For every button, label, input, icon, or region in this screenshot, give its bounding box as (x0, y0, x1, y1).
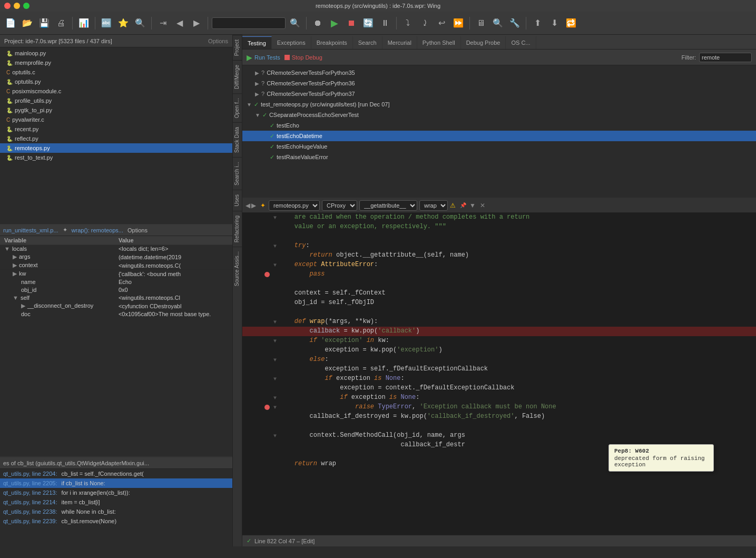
table-row[interactable]: ▶__disconnect_on_destroy <cyfunction CDe… (0, 302, 232, 310)
sidebar-tab-refactoring[interactable]: Refactoring (233, 211, 242, 247)
file-item-mainloop[interactable]: 🐍 mainloop.py (0, 48, 232, 58)
test-item-python36[interactable]: ▶ ? CRemoteServerTestsForPython36 (242, 78, 756, 89)
expand-disconnect[interactable]: ▶ (21, 302, 25, 309)
file-item-posixmiscmodule[interactable]: C posixmiscmodule.c (0, 86, 232, 96)
file-item-remoteops[interactable]: 🐍 remoteops.py (0, 143, 232, 153)
run-tests-button[interactable]: ▶ Run Tests (247, 53, 280, 62)
sidebar-tab-search-i[interactable]: Search i... (233, 157, 242, 190)
table-row[interactable]: obj_id 0x0 (0, 286, 232, 294)
sidebar-tab-diffmerge[interactable]: Diff/Merge (233, 60, 242, 93)
test-item-python37[interactable]: ▶ ? CRemoteServerTestsForPython37 (242, 89, 756, 99)
pin-button[interactable]: 📌 (460, 202, 466, 208)
scroll-up-button[interactable]: ⬆ (530, 16, 545, 31)
filename-select[interactable]: remoteops.py (269, 200, 320, 211)
stop-button[interactable]: ⏹ (344, 16, 359, 31)
uses-item-2205[interactable]: qt_utils.py, line 2205: if cb_list is No… (0, 478, 232, 488)
file-item-memprofile[interactable]: 🐍 memprofile.py (0, 58, 232, 67)
fold-marker[interactable]: ▼ (271, 393, 279, 403)
uses-item-2214[interactable]: qt_utils.py, line 2214: item = cb_list[i… (0, 497, 232, 507)
file-item-recent[interactable]: 🐍 recent.py (0, 124, 232, 134)
expand-kw[interactable]: ▶ (13, 270, 17, 277)
debug-console-button[interactable]: 🔍 (490, 16, 505, 31)
bookmark-button[interactable]: ⭐ (116, 16, 131, 31)
project-options-button[interactable]: Options (208, 38, 228, 44)
restart-button[interactable]: 🔄 (361, 16, 376, 31)
save-button[interactable]: 💾 (37, 16, 52, 31)
fold-marker[interactable]: ▼ (271, 317, 279, 327)
record-button[interactable]: ⏺ (310, 16, 325, 31)
tab-mercurial[interactable]: Mercurial (382, 36, 417, 49)
stack-options-button[interactable]: Options (127, 227, 148, 233)
expand-context[interactable]: ▶ (13, 262, 17, 268)
stack-file-label[interactable]: run_unittests_xml.p... (3, 227, 58, 233)
fold-marker[interactable]: ▼ (271, 336, 279, 346)
dropdown-arrow[interactable]: ▼ (469, 202, 476, 209)
test-item-testecho-huge[interactable]: ✓ testEchoHugeValue (242, 141, 756, 152)
tab-exceptions[interactable]: Exceptions (272, 36, 311, 49)
step-into-button[interactable]: ⤵ (400, 16, 415, 31)
nav-back-arrow[interactable]: ◀ (246, 202, 250, 209)
expand-args[interactable]: ▶ (13, 253, 17, 260)
tab-python-shell[interactable]: Python Shell (417, 36, 461, 49)
pause-button[interactable]: ⏸ (378, 16, 392, 31)
chart-button[interactable]: 📊 (76, 16, 91, 31)
uses-item-2204[interactable]: qt_utils.py, line 2204: cb_list = self._… (0, 469, 232, 478)
fold-marker[interactable]: ▼ (271, 374, 279, 384)
find-button[interactable]: 🔍 (133, 16, 148, 31)
sidebar-tab-stack[interactable]: Stack Data (233, 122, 242, 157)
close-traffic-light[interactable] (4, 3, 11, 9)
scroll-down-button[interactable]: ⬇ (547, 16, 562, 31)
nav-back-button[interactable]: ◀ (172, 16, 187, 31)
minimize-traffic-light[interactable] (14, 3, 20, 9)
test-item-remoteops[interactable]: ▼ ✓ test_remoteops.py (src/wingutils/tes… (242, 99, 756, 110)
step-out-button[interactable]: ↩ (434, 16, 449, 31)
test-item-python35[interactable]: ▶ ? CRemoteServerTestsForPython35 (242, 67, 756, 78)
toolbar-search-input[interactable] (212, 17, 286, 29)
fold-marker[interactable]: ▼ (271, 355, 279, 365)
sidebar-tab-uses[interactable]: Uses (233, 190, 242, 211)
monitor-button[interactable]: 🖥 (474, 16, 488, 31)
open-file-button[interactable]: 📂 (20, 16, 35, 31)
table-row[interactable]: ▶context <wingutils.remoteops.C( (0, 261, 232, 270)
bp-marker[interactable] (263, 403, 271, 412)
print-button[interactable]: 🖨 (54, 16, 68, 31)
expand-self[interactable]: ▼ (13, 295, 18, 301)
search-go-button[interactable]: 🔍 (288, 16, 302, 31)
table-row[interactable]: ▼self <wingutils.remoteops.Cl (0, 294, 232, 302)
file-item-pyvalwriter[interactable]: C pyvalwriter.c (0, 115, 232, 124)
sidebar-tab-project[interactable]: Project (233, 35, 242, 60)
uses-item-2239[interactable]: qt_utils.py, line 2239: cb_list.remove(N… (0, 516, 232, 526)
table-row[interactable]: name Echo (0, 278, 232, 286)
bp-marker[interactable] (263, 270, 271, 279)
tab-testing[interactable]: Testing (242, 36, 272, 49)
filter-input[interactable] (699, 53, 752, 62)
continue-button[interactable]: ⏩ (451, 16, 466, 31)
code-area[interactable]: ▼ are called when the operation / method… (242, 213, 756, 535)
method-select[interactable]: __getattribute__ (359, 200, 417, 211)
sidebar-tab-openf[interactable]: Open f... (233, 93, 242, 122)
new-file-button[interactable]: 📄 (3, 16, 18, 31)
file-item-reflect[interactable]: 🐍 reflect.py (0, 134, 232, 143)
nav-fwd-arrow[interactable]: ▶ (251, 202, 256, 209)
test-item-cseparate[interactable]: ▼ ✓ CSeparateProcessEchoServerTest (242, 110, 756, 120)
table-row[interactable]: ▶args (datetime.datetime(2019 (0, 253, 232, 261)
wrap-select[interactable]: wrap (419, 200, 448, 211)
fold-marker[interactable]: ▼ (271, 213, 279, 222)
uses-item-2213[interactable]: qt_utils.py, line 2213: for i in xrange(… (0, 488, 232, 497)
tab-breakpoints[interactable]: Breakpoints (311, 36, 353, 49)
stop-debug-button[interactable]: Stop Debug (284, 54, 322, 61)
file-item-profile-utils[interactable]: 🐍 profile_utils.py (0, 96, 232, 105)
test-item-testecho-datetime[interactable]: ✓ testEchoDatetime (242, 131, 756, 141)
debug-probe-button[interactable]: 🔧 (507, 16, 522, 31)
file-item-pygtk[interactable]: 🐍 pygtk_to_pi.py (0, 105, 232, 115)
fold-marker[interactable]: ▼ (271, 241, 279, 251)
tab-search[interactable]: Search (353, 36, 382, 49)
indent-button[interactable]: ⇥ (155, 16, 170, 31)
file-item-rest-to-text[interactable]: 🐍 rest_to_text.py (0, 153, 232, 162)
test-item-testecho-raise[interactable]: ✓ testRaiseValueError (242, 152, 756, 162)
table-row[interactable]: doc <0x1095caf00>The most base type. (0, 310, 232, 318)
table-row[interactable]: ▶kw {'callback': <bound meth (0, 270, 232, 278)
tab-os[interactable]: OS C... (506, 36, 536, 49)
stack-func-label[interactable]: wrap(): remoteops... (72, 227, 123, 233)
uses-item-2238[interactable]: qt_utils.py, line 2238: while None in cb… (0, 507, 232, 516)
